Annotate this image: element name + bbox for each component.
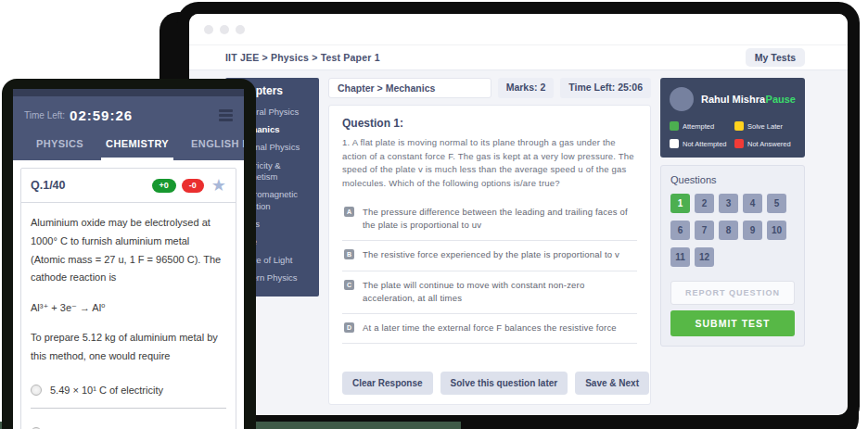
status-legend: Attempted Solve Later Not Attempted <box>670 121 796 148</box>
tab-chemistry[interactable]: CHEMISTRY <box>101 134 173 160</box>
options-list: A The pressure difference between the le… <box>342 198 637 345</box>
question-tile-11[interactable]: 11 <box>670 247 690 267</box>
radio-icon[interactable] <box>31 385 42 396</box>
mobile-question-text: Aluminium oxide may be electrolysed at 1… <box>31 214 226 287</box>
questions-navigator: Questions 1 2 3 4 5 6 7 8 9 10 11 12 <box>660 165 805 347</box>
question-text: 1. A flat plate is moving normal to its … <box>342 136 637 191</box>
chapter-label: Chapter > Mechanics <box>328 78 491 98</box>
time-left-label: Time Left: <box>24 110 65 120</box>
question-column: Chapter > Mechanics Marks: 2 Time Left: … <box>328 78 651 405</box>
question-tile-2[interactable]: 2 <box>695 194 714 213</box>
question-tile-7[interactable]: 7 <box>695 221 714 240</box>
option-a[interactable]: A The pressure difference between the le… <box>342 198 637 242</box>
question-footer: Clear Response Solve this question later… <box>342 360 637 395</box>
bookmark-star-icon[interactable]: ★ <box>211 177 226 194</box>
phone-frame: Time Left: 02:59:26 PHYSICS CHEMISTRY EN… <box>2 79 256 429</box>
mobile-question-card: Q.1/40 +0 -0 ★ Aluminium oxide may be el… <box>20 168 236 429</box>
avatar <box>670 87 694 111</box>
option-b-badge: B <box>344 249 354 259</box>
status-panel: Rahul Mishra Pause Attempted Solve Later <box>660 78 805 405</box>
question-card: Question 1: 1. A flat plate is moving no… <box>328 105 651 405</box>
menu-icon[interactable] <box>219 107 233 123</box>
legend-attempted: Attempted <box>670 121 731 131</box>
breadcrumb-bar: IIT JEE > Physics > Test Paper 1 My Test… <box>189 45 848 70</box>
option-d-text: At a later time the external force F bal… <box>363 322 617 334</box>
question-tile-8[interactable]: 8 <box>719 221 738 240</box>
question-title: Question 1: <box>342 117 637 130</box>
question-tile-6[interactable]: 6 <box>670 221 690 240</box>
my-tests-button[interactable]: My Tests <box>746 48 805 67</box>
clear-response-button[interactable]: Clear Response <box>342 372 433 395</box>
not-answered-color-swatch <box>734 139 744 148</box>
questions-title: Questions <box>670 174 795 185</box>
question-number: Q.1/40 <box>31 179 66 192</box>
option-divider <box>31 408 226 409</box>
mobile-question-text-2: To prepare 5.12 kg of aluminium metal by… <box>31 329 226 366</box>
question-tile-12[interactable]: 12 <box>695 247 714 267</box>
option-a-text: The pressure difference between the lead… <box>363 206 635 233</box>
pause-button[interactable]: Pause <box>766 94 796 105</box>
option-d[interactable]: D At a later time the external force F b… <box>342 314 637 344</box>
option-c[interactable]: C The plate will continue to move with c… <box>342 271 637 315</box>
user-box: Rahul Mishra Pause Attempted Solve Later <box>660 78 805 158</box>
option-a-badge: A <box>344 207 354 217</box>
window-control-dot[interactable] <box>204 25 213 34</box>
option-d-badge: D <box>344 322 354 333</box>
question-tile-3[interactable]: 3 <box>719 194 738 213</box>
desktop-content: Chapters General Physics Mechanics Therm… <box>189 70 848 414</box>
breadcrumb[interactable]: IIT JEE > Physics > Test Paper 1 <box>225 52 380 63</box>
user-row: Rahul Mishra Pause <box>670 87 796 111</box>
legend-not-answered: Not Answered <box>734 139 796 148</box>
solve-later-button[interactable]: Solve this question later <box>440 372 568 395</box>
cathode-reaction-formula: Al³⁺ + 3e⁻ → Al⁰ <box>31 302 226 314</box>
tab-physics[interactable]: PHYSICS <box>32 134 88 160</box>
desktop-window: IIT JEE > Physics > Test Paper 1 My Test… <box>189 14 848 415</box>
tab-english-proficiency[interactable]: ENGLISH PROFICIENCY <box>186 134 244 160</box>
option-b-text: The resistive force experienced by the p… <box>363 248 619 261</box>
option-b[interactable]: B The resistive force experienced by the… <box>342 241 637 271</box>
mobile-option-1[interactable]: 5.49 × 10¹ C of electricity <box>31 385 226 396</box>
question-header-row: Chapter > Mechanics Marks: 2 Time Left: … <box>328 78 651 98</box>
phone-time-row: Time Left: 02:59:26 <box>13 96 244 123</box>
mobile-question-body: Aluminium oxide may be electrolysed at 1… <box>21 203 236 429</box>
question-tile-9[interactable]: 9 <box>743 221 762 240</box>
time-left-value: 02:59:26 <box>70 107 133 123</box>
subject-tabs: PHYSICS CHEMISTRY ENGLISH PROFICIENCY <box>13 123 244 160</box>
legend-not-attempted: Not Attempted <box>670 139 731 148</box>
user-name: Rahul Mishra <box>701 94 765 105</box>
negative-marks-badge: -0 <box>182 179 204 193</box>
option-c-badge: C <box>344 280 354 290</box>
attempted-color-swatch <box>670 121 679 131</box>
time-left-badge: Time Left: 25:06 <box>560 78 651 98</box>
phone-status-bar <box>13 89 244 96</box>
window-control-dot[interactable] <box>236 25 245 34</box>
question-tile-5[interactable]: 5 <box>767 194 786 213</box>
marks-badge: Marks: 2 <box>498 78 555 98</box>
positive-marks-badge: +0 <box>152 179 176 193</box>
phone-content: Q.1/40 +0 -0 ★ Aluminium oxide may be el… <box>13 160 244 429</box>
question-tile-10[interactable]: 10 <box>767 221 786 240</box>
not-attempted-color-swatch <box>670 139 679 148</box>
composite-screenshot: IIT JEE > Physics > Test Paper 1 My Test… <box>0 0 868 429</box>
question-tile-1[interactable]: 1 <box>670 194 690 213</box>
window-titlebar <box>189 14 848 45</box>
option-c-text: The plate will continue to move with con… <box>363 279 635 306</box>
save-next-button[interactable]: Save & Next <box>575 372 649 395</box>
solve-later-color-swatch <box>734 121 744 131</box>
mobile-question-header: Q.1/40 +0 -0 ★ <box>21 169 236 203</box>
legend-solve-later: Solve Later <box>734 121 796 131</box>
window-control-dot[interactable] <box>220 25 229 34</box>
submit-test-button[interactable]: SUBMIT TEST <box>670 310 795 336</box>
question-tile-4[interactable]: 4 <box>743 194 762 213</box>
report-question-button[interactable]: REPORT QUESTION <box>670 281 795 305</box>
phone-header: Time Left: 02:59:26 PHYSICS CHEMISTRY EN… <box>13 89 244 160</box>
questions-grid: 1 2 3 4 5 6 7 8 9 10 11 12 <box>670 194 795 267</box>
phone-screen: Time Left: 02:59:26 PHYSICS CHEMISTRY EN… <box>13 89 244 429</box>
